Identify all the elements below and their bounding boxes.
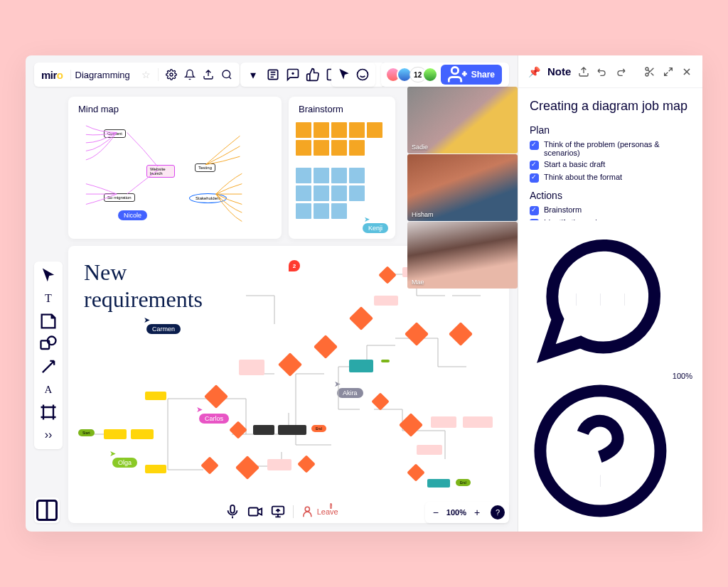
- comment-icon[interactable]: [286, 68, 300, 82]
- video-name: Mae: [412, 279, 424, 286]
- pen-tool-icon[interactable]: A: [38, 379, 58, 399]
- chat-icon[interactable]: [528, 227, 673, 373]
- collaborator-avatars[interactable]: 12 Share: [381, 63, 509, 87]
- frames-panel-button[interactable]: [34, 497, 60, 523]
- undo-icon[interactable]: [596, 66, 608, 77]
- reactions-icon[interactable]: [355, 68, 370, 82]
- video-name: Hisham: [412, 211, 434, 218]
- svg-point-0: [170, 73, 173, 76]
- export-icon[interactable]: [578, 66, 589, 77]
- pointer-icon[interactable]: [337, 68, 351, 82]
- zoom-controls: − 100% + ?: [425, 502, 509, 523]
- checklist-label: Think about the format: [544, 173, 622, 181]
- share-button[interactable]: Share: [441, 65, 502, 85]
- help-icon[interactable]: [528, 379, 673, 524]
- panel-zoom: 100%: [673, 372, 692, 380]
- expand-icon[interactable]: [663, 66, 674, 77]
- checklist-label: Think of the problem (personas & scenari…: [544, 140, 691, 157]
- section-actions: Actions: [530, 190, 691, 201]
- select-tool-icon[interactable]: [38, 266, 58, 286]
- svg-point-5: [357, 70, 368, 80]
- text-tool-icon[interactable]: T: [38, 289, 58, 308]
- checklist-item[interactable]: Think of the problem (personas & scenari…: [530, 140, 691, 157]
- mic-icon[interactable]: [225, 504, 240, 519]
- topbar-left: miro Diagramming ☆: [34, 63, 240, 87]
- meeting-controls: Leave 1: [225, 500, 343, 523]
- svg-point-13: [646, 68, 648, 70]
- help-button[interactable]: ?: [491, 505, 505, 519]
- checklist-label: Brainstorm: [544, 205, 582, 214]
- video-tile[interactable]: Hisham: [407, 154, 518, 221]
- line-tool-icon[interactable]: [38, 357, 58, 377]
- checkbox[interactable]: [530, 219, 539, 220]
- more-tools-icon[interactable]: ››: [38, 425, 58, 445]
- cursor-tools: [331, 63, 375, 87]
- share-label: Share: [471, 70, 495, 80]
- user-chip-nicole: Nicole: [118, 210, 147, 220]
- checklist-item[interactable]: Start a basic draft: [530, 160, 691, 170]
- svg-point-1: [223, 70, 230, 78]
- star-icon[interactable]: ☆: [141, 69, 151, 80]
- chevron-down-icon[interactable]: ▾: [246, 68, 260, 82]
- video-name: Sadie: [412, 144, 428, 151]
- video-tile[interactable]: Sadie: [407, 87, 518, 154]
- shape-tool-icon[interactable]: [38, 334, 58, 354]
- export-icon[interactable]: [203, 69, 214, 80]
- video-tile[interactable]: Mae: [407, 222, 518, 289]
- close-icon[interactable]: [681, 66, 692, 77]
- settings-icon[interactable]: [166, 69, 177, 80]
- frame-tool-icon[interactable]: [38, 402, 58, 422]
- zoom-in-button[interactable]: +: [471, 506, 483, 519]
- logo: miro: [41, 69, 63, 81]
- checklist-item[interactable]: Think about the format: [530, 173, 691, 183]
- note-title[interactable]: Creating a diagram job map: [530, 98, 691, 114]
- board-name[interactable]: Diagramming: [70, 70, 134, 80]
- svg-rect-9: [230, 505, 235, 513]
- frame-brainstorm[interactable]: Brainstorm Kenji ➤: [289, 97, 395, 239]
- zoom-out-button[interactable]: −: [429, 506, 442, 519]
- svg-point-12: [305, 507, 309, 511]
- checkbox[interactable]: [530, 141, 539, 150]
- redo-icon[interactable]: [615, 66, 626, 77]
- camera-icon[interactable]: [247, 504, 263, 519]
- notes-panel: 📌 Note Creating a diagram job map Plan T…: [518, 55, 702, 532]
- scissors-icon[interactable]: [644, 66, 655, 77]
- svg-rect-10: [249, 508, 258, 516]
- frame-title: Mind map: [68, 97, 282, 122]
- screenshare-icon[interactable]: [270, 504, 286, 519]
- bell-icon[interactable]: [184, 69, 196, 80]
- svg-point-14: [646, 73, 648, 76]
- checklist-item[interactable]: Brainstorm: [530, 205, 691, 215]
- zoom-value: 100%: [446, 508, 466, 517]
- frame-title: Brainstorm: [289, 97, 395, 122]
- panel-title: Note: [547, 65, 571, 77]
- frame-mindmap[interactable]: Mind map Website launch Content Testing …: [68, 97, 282, 239]
- section-plan: Plan: [530, 124, 691, 136]
- video-tiles: Sadie Hisham Mae: [407, 87, 518, 289]
- side-toolbar: T A ››: [34, 262, 63, 449]
- topbar-right: 12 Share: [331, 63, 509, 87]
- search-icon[interactable]: [221, 69, 232, 80]
- thumbs-up-icon[interactable]: [306, 68, 320, 82]
- comment-badge[interactable]: 2: [289, 260, 300, 271]
- leave-label: Leave: [317, 507, 338, 516]
- leave-button[interactable]: Leave 1: [301, 505, 343, 519]
- pin-icon[interactable]: 📌: [528, 66, 540, 77]
- checkbox[interactable]: [530, 206, 539, 215]
- sticky-tool-icon[interactable]: [38, 311, 58, 331]
- checklist-label: Start a basic draft: [544, 160, 605, 168]
- slides-icon[interactable]: [266, 68, 280, 82]
- checkbox[interactable]: [530, 173, 539, 183]
- checkbox[interactable]: [530, 161, 539, 170]
- user-chip-kenji: Kenji: [363, 223, 388, 233]
